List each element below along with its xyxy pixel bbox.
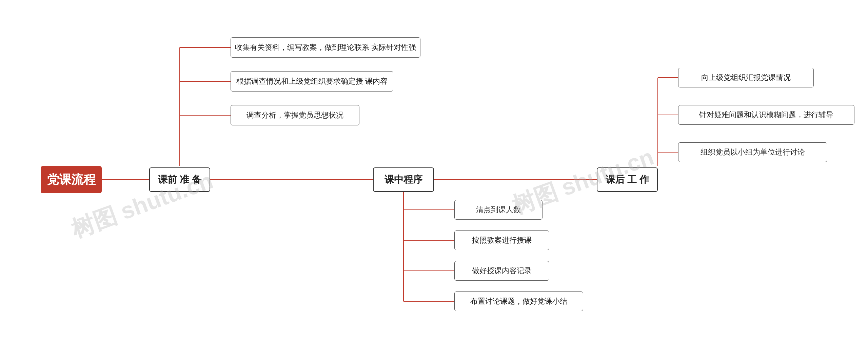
leaf-l6: 做好授课内容记录	[454, 261, 549, 281]
leaf-l3-label: 调查分析，掌握党员思想状况	[246, 110, 343, 120]
root-label: 党课流程	[47, 172, 96, 188]
branch-b2: 课中程序	[373, 167, 434, 192]
leaf-l4: 清点到课人数	[454, 200, 542, 220]
leaf-l3: 调查分析，掌握党员思想状况	[231, 105, 359, 125]
leaf-l6-label: 做好授课内容记录	[472, 266, 532, 276]
root-node: 党课流程	[41, 166, 102, 193]
leaf-l1: 收集有关资料，编写教案，做到理论联系 实际针对性强	[231, 37, 420, 58]
branch-b1: 课前 准 备	[149, 167, 210, 192]
leaf-l7: 布置讨论课题，做好党课小结	[454, 291, 583, 311]
leaf-l4-label: 清点到课人数	[476, 205, 521, 215]
leaf-l10-label: 组织党员以小组为单位进行讨论	[701, 147, 805, 157]
diagram-container: 党课流程 课前 准 备 课中程序 课后 工 作 收集有关资料，编写教案，做到理论…	[0, 0, 868, 363]
leaf-l8-label: 向上级党组织汇报党课情况	[701, 73, 791, 83]
leaf-l1-label: 收集有关资料，编写教案，做到理论联系 实际针对性强	[235, 42, 416, 53]
leaf-l8: 向上级党组织汇报党课情况	[678, 68, 814, 87]
leaf-l2: 根据调查情况和上级党组织要求确定授 课内容	[231, 71, 393, 92]
leaf-l5: 按照教案进行授课	[454, 230, 549, 250]
branch-b3: 课后 工 作	[597, 167, 658, 192]
leaf-l9-label: 针对疑难问题和认识模糊问题，进行辅导	[699, 110, 833, 120]
branch-b2-label: 课中程序	[384, 173, 422, 186]
leaf-l2-label: 根据调查情况和上级党组织要求确定授 课内容	[236, 76, 388, 86]
branch-b3-label: 课后 工 作	[606, 173, 649, 186]
leaf-l5-label: 按照教案进行授课	[472, 235, 532, 245]
branch-b1-label: 课前 准 备	[158, 173, 201, 186]
leaf-l10: 组织党员以小组为单位进行讨论	[678, 142, 827, 162]
connectors-svg	[0, 0, 868, 363]
leaf-l7-label: 布置讨论课题，做好党课小结	[470, 296, 567, 306]
leaf-l9: 针对疑难问题和认识模糊问题，进行辅导	[678, 105, 854, 125]
